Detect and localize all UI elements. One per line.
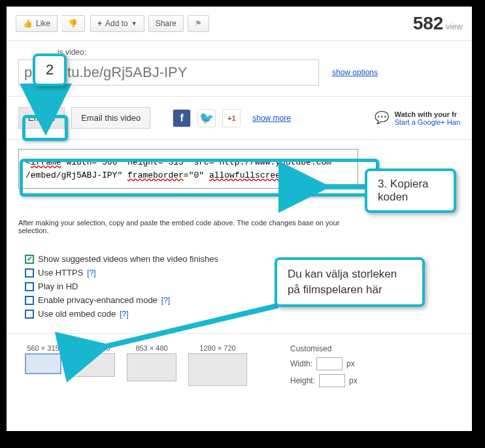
- annotation-step-3: 3. Kopiera koden: [365, 168, 456, 213]
- view-count-label: view: [446, 22, 463, 31]
- annotation-arrow-4: [92, 300, 288, 359]
- add-to-label: Add to: [105, 19, 128, 28]
- custom-width-label: Width:: [290, 359, 312, 368]
- size-custom: Customised Width: px Height: px: [290, 344, 358, 387]
- flag-icon: ⚑: [195, 19, 202, 28]
- custom-label: Customised: [290, 344, 358, 353]
- watch-with-friends[interactable]: 💬 Watch with your fr Start a Google+ Han: [375, 110, 460, 126]
- watch-friends-title: Watch with your fr: [394, 110, 460, 118]
- view-count-number: 582: [413, 13, 444, 33]
- link-label: is video:: [58, 48, 460, 57]
- embed-frameborder: frameborder: [127, 170, 184, 180]
- option-https-label: Use HTTPS: [38, 268, 83, 278]
- custom-height-label: Height:: [290, 376, 315, 385]
- embed-note: After making your selection, copy and pa…: [18, 219, 358, 234]
- px-label: px: [349, 376, 358, 385]
- show-options-link[interactable]: show options: [332, 68, 378, 77]
- like-group: 👍 Like 👎: [16, 15, 85, 32]
- checkbox-empty-icon: [25, 282, 34, 291]
- size-560-label: 560 × 315: [25, 344, 61, 352]
- embed-code-box[interactable]: <iframe width="560" height="315" src="ht…: [18, 149, 358, 189]
- embed-allowfullscreen: allowfullscreen: [209, 170, 286, 180]
- google-plus-icon[interactable]: +1: [222, 109, 241, 127]
- hangout-icon: 💬: [375, 110, 389, 126]
- twitter-icon[interactable]: 🐦: [197, 109, 216, 127]
- dislike-button[interactable]: 👎: [61, 15, 85, 32]
- like-label: Like: [36, 19, 50, 28]
- checkbox-empty-icon: [25, 310, 34, 319]
- share-label: Share: [156, 19, 176, 28]
- help-link[interactable]: [?]: [87, 268, 95, 278]
- size-560[interactable]: 560 × 315: [25, 344, 61, 374]
- annotation-size-note: Du kan välja storleken på filmspelaren h…: [275, 257, 425, 307]
- svg-line-2: [101, 306, 278, 347]
- action-bar: 👍 Like 👎 + Add to ▼ Share ⚑ 582: [7, 7, 472, 41]
- show-more-link[interactable]: show more: [252, 114, 291, 123]
- facebook-icon[interactable]: f: [173, 109, 191, 127]
- view-count: 582 view: [413, 13, 463, 34]
- share-button[interactable]: Share: [148, 15, 184, 32]
- thumbs-up-icon: 👍: [23, 19, 33, 28]
- add-to-button[interactable]: + Add to ▼: [90, 15, 144, 32]
- email-tab[interactable]: Email this video: [71, 107, 150, 129]
- embed-iframe-tag: iframe: [31, 157, 61, 167]
- px-label: px: [346, 359, 355, 368]
- watch-friends-link: Start a Google+ Han: [394, 118, 460, 126]
- annotation-step-2: 2: [33, 54, 67, 86]
- link-section: is video: show options: [7, 41, 472, 97]
- plus-icon: +: [97, 19, 102, 28]
- annotation-arrow-3: [314, 180, 373, 193]
- thumbs-down-icon: 👎: [68, 19, 78, 28]
- custom-width-input[interactable]: [316, 357, 343, 370]
- annotation-arrow-2: [38, 82, 58, 118]
- chevron-down-icon: ▼: [131, 20, 137, 27]
- like-button[interactable]: 👍 Like: [16, 15, 58, 32]
- custom-height-input[interactable]: [319, 374, 345, 387]
- checkbox-checked-icon: ✔: [25, 255, 34, 264]
- share-tabs: Embed Email this video f 🐦 +1 show more …: [7, 97, 472, 140]
- option-suggested-label: Show suggested videos when the video fin…: [38, 254, 218, 264]
- checkbox-empty-icon: [25, 268, 34, 278]
- checkbox-empty-icon: [25, 296, 34, 305]
- flag-button[interactable]: ⚑: [188, 15, 209, 32]
- option-hd-label: Play in HD: [38, 281, 78, 291]
